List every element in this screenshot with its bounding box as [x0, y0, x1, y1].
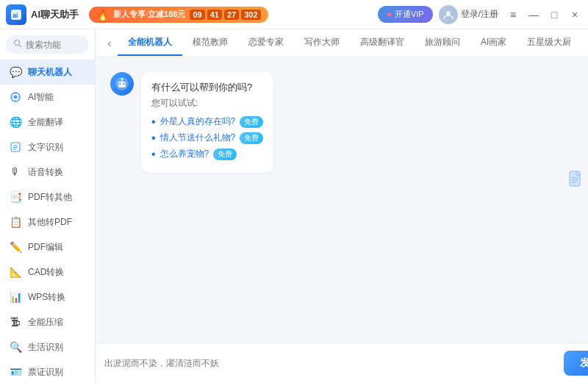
- login-button[interactable]: 登录/注册: [439, 5, 498, 24]
- logo-icon: ai: [6, 4, 26, 25]
- avatar: [439, 5, 458, 24]
- chat-icon: 💬: [9, 65, 22, 79]
- send-button[interactable]: 发送: [564, 351, 588, 376]
- minimize-button[interactable]: —: [526, 7, 541, 22]
- chat-area: 有什么可以帮到你的吗? 您可以试试: • 外星人真的存在吗? 免费 • 情人节送…: [96, 57, 588, 343]
- app-logo: ai AI聊天助手: [6, 4, 79, 25]
- cad-icon: 📐: [9, 265, 22, 279]
- life-icon: 🔍: [9, 340, 22, 354]
- sidebar-item-cert[interactable]: 🪪 票证识别: [0, 359, 95, 383]
- suggestion-item-1[interactable]: • 情人节送什么礼物? 免费: [151, 132, 263, 144]
- sidebar-label-compress: 全能压缩: [28, 316, 63, 329]
- tab-travel[interactable]: 旅游顾问: [415, 30, 470, 56]
- sidebar-item-voice[interactable]: 🎙 语音转换: [0, 160, 95, 185]
- sidebar-label-wps: WPS转换: [28, 291, 65, 304]
- search-box[interactable]: [6, 35, 89, 54]
- svg-text:ai: ai: [12, 12, 18, 19]
- svg-rect-16: [118, 82, 126, 87]
- countdown-hours: 09: [190, 10, 204, 20]
- vip-label: 开通VIP: [395, 9, 424, 20]
- sidebar-label-translate: 全能翻译: [28, 116, 63, 129]
- svg-point-6: [14, 96, 18, 99]
- svg-line-4: [19, 45, 21, 47]
- title-bar: ai AI聊天助手 🔥 新人专享·立减188元 09 41 27 302 ♥ 开…: [0, 0, 588, 29]
- login-label: 登录/注册: [461, 8, 498, 21]
- countdown-seconds: 27: [224, 10, 239, 20]
- doc-icon: [568, 171, 581, 190]
- content-area: ‹ 全能机器人 模范教师 恋爱专家 写作大师 高级翻译官 旅游顾问 AI画家 五…: [96, 29, 588, 383]
- free-badge-0: 免费: [240, 116, 263, 128]
- countdown-minutes: 41: [207, 10, 222, 20]
- sidebar-label-life: 生活识别: [28, 341, 63, 354]
- menu-button[interactable]: ≡: [506, 7, 520, 22]
- ocr-icon: [9, 140, 22, 154]
- tab-chef[interactable]: 五星级大厨: [517, 30, 581, 56]
- bot-try-text: 您可以试试:: [151, 97, 263, 110]
- search-input[interactable]: [26, 40, 82, 50]
- sidebar-item-pdf-to[interactable]: 📑 PDF转其他: [0, 185, 95, 210]
- sidebar-item-chat-robot[interactable]: 💬 聊天机器人: [0, 60, 95, 85]
- doc-icon-area: [110, 171, 588, 190]
- close-button[interactable]: ×: [567, 7, 582, 22]
- sidebar-label-voice: 语音转换: [28, 166, 63, 179]
- countdown-ms: 302: [241, 10, 260, 20]
- sidebar-item-ocr[interactable]: 文字识别: [0, 135, 95, 160]
- sidebar-label-cert: 票证识别: [28, 366, 63, 379]
- wps-icon: 📊: [9, 290, 22, 304]
- bot-message-row: 有什么可以帮到你的吗? 您可以试试: • 外星人真的存在吗? 免费 • 情人节送…: [110, 72, 588, 173]
- sidebar-label-to-pdf: 其他转PDF: [28, 216, 72, 229]
- tab-all-robot[interactable]: 全能机器人: [118, 30, 182, 56]
- suggestion-dot-1: •: [151, 132, 156, 144]
- tab-love[interactable]: 恋爱专家: [238, 30, 294, 56]
- tab-bar: ‹ 全能机器人 模范教师 恋爱专家 写作大师 高级翻译官 旅游顾问 AI画家 五…: [96, 29, 588, 57]
- sidebar-item-translate[interactable]: 🌐 全能翻译: [0, 110, 95, 135]
- promo-text: 新人专享·立减188元: [113, 9, 185, 20]
- vip-button[interactable]: ♥ 开通VIP: [378, 6, 433, 23]
- tab-teacher[interactable]: 模范教师: [182, 30, 238, 56]
- bot-greeting: 有什么可以帮到你的吗?: [151, 81, 263, 94]
- sidebar-item-wps[interactable]: 📊 WPS转换: [0, 284, 95, 309]
- main-layout: 💬 聊天机器人 AI智能 🌐 全能翻译: [0, 29, 588, 383]
- sidebar-label-pdf-to: PDF转其他: [28, 191, 72, 204]
- window-controls: ≡ — □ ×: [506, 7, 582, 22]
- svg-point-20: [121, 78, 123, 79]
- tab-translate[interactable]: 高级翻译官: [350, 30, 415, 56]
- svg-point-18: [123, 83, 124, 85]
- sidebar-label-chat: 聊天机器人: [28, 66, 72, 79]
- bot-bubble: 有什么可以帮到你的吗? 您可以试试: • 外星人真的存在吗? 免费 • 情人节送…: [141, 72, 273, 173]
- pdf-to-icon: 📑: [9, 190, 22, 204]
- tab-ai-art[interactable]: AI画家: [470, 30, 517, 56]
- suggestion-item-2[interactable]: • 怎么养宠物? 免费: [151, 148, 263, 160]
- pdf-edit-icon: ✏️: [9, 240, 22, 254]
- search-icon: [13, 39, 22, 50]
- tab-more[interactable]: AI绘: [581, 30, 588, 56]
- free-badge-2: 免费: [213, 148, 237, 160]
- suggestion-dot-0: •: [151, 116, 156, 128]
- vip-heart-icon: ♥: [387, 10, 392, 20]
- sidebar-label-ocr: 文字识别: [28, 141, 63, 154]
- voice-icon: 🎙: [9, 165, 22, 179]
- input-area: 发送: [96, 343, 588, 383]
- tab-writing[interactable]: 写作大师: [294, 30, 350, 56]
- sidebar-label-ai: AI智能: [28, 91, 54, 104]
- chat-input[interactable]: [104, 358, 556, 368]
- maximize-button[interactable]: □: [547, 7, 562, 22]
- sidebar-item-compress[interactable]: 🗜 全能压缩: [0, 309, 95, 334]
- app-title: AI聊天助手: [31, 8, 79, 21]
- sidebar-item-to-pdf[interactable]: 📋 其他转PDF: [0, 210, 95, 235]
- suggestion-text-2[interactable]: 怎么养宠物?: [160, 148, 209, 160]
- svg-point-3: [15, 40, 20, 46]
- sidebar-item-pdf-edit[interactable]: ✏️ PDF编辑: [0, 235, 95, 259]
- sidebar-label-cad: CAD转换: [28, 266, 64, 279]
- sidebar-item-life[interactable]: 🔍 生活识别: [0, 334, 95, 359]
- sidebar: 💬 聊天机器人 AI智能 🌐 全能翻译: [0, 29, 96, 383]
- to-pdf-icon: 📋: [9, 215, 22, 229]
- tab-prev-button[interactable]: ‹: [101, 35, 118, 51]
- sidebar-item-cad[interactable]: 📐 CAD转换: [0, 259, 95, 284]
- promo-banner[interactable]: 🔥 新人专享·立减188元 09 41 27 302: [89, 7, 268, 23]
- suggestion-text-1[interactable]: 情人节送什么礼物?: [160, 132, 236, 144]
- suggestion-text-0[interactable]: 外星人真的存在吗?: [160, 115, 236, 128]
- sidebar-item-ai-smart[interactable]: AI智能: [0, 85, 95, 110]
- svg-point-2: [446, 11, 451, 15]
- suggestion-item-0[interactable]: • 外星人真的存在吗? 免费: [151, 115, 263, 128]
